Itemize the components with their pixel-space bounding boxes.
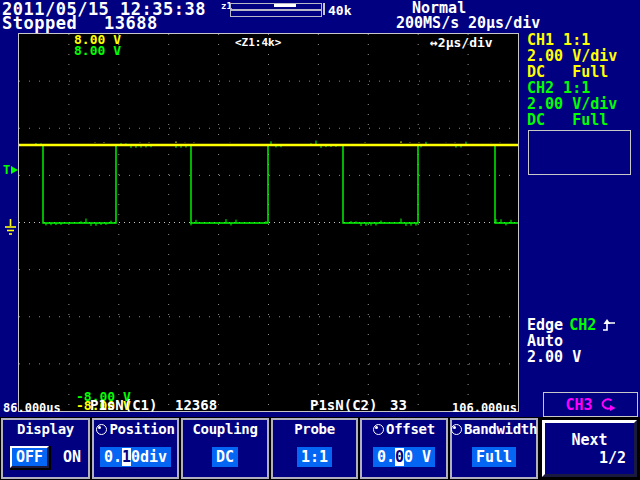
position-title: Position <box>109 421 174 437</box>
acquisition-count: 13688 <box>104 15 158 33</box>
menu-panel-offset[interactable]: Offset 0.00 V <box>360 418 448 479</box>
zoom-timebase-label: ↔2µs/div <box>430 36 493 50</box>
measurement2-value: 33 <box>390 398 407 413</box>
trigger-source: CH2 <box>569 318 596 334</box>
waveform-display <box>18 33 519 412</box>
record-bar-zoom <box>230 3 322 10</box>
probe-title: Probe <box>294 421 335 437</box>
menu-panel-position[interactable]: Position 0.10div <box>92 418 179 479</box>
acquisition-status: Stopped <box>2 15 77 33</box>
oscilloscope-screen: 2011/05/15 12:35:38 Stopped 13688 z1 40k… <box>0 0 640 480</box>
ch1-ground-icon[interactable] <box>4 219 17 236</box>
ch2-coupling: DC Full <box>527 113 608 129</box>
next-page-button[interactable]: Next 1/2 <box>542 420 637 477</box>
probe-value[interactable]: 1:1 <box>297 447 332 467</box>
record-length: 40k <box>328 4 351 18</box>
bandwidth-value[interactable]: Full <box>472 447 516 467</box>
trigger-marker-letter: T <box>3 164 10 177</box>
coupling-value[interactable]: DC <box>212 447 238 467</box>
menu-panel-next: Next 1/2 <box>540 418 639 479</box>
offset-value[interactable]: 0.00 V <box>373 447 435 467</box>
zoom-window-label: <Z1:4k> <box>235 37 281 49</box>
edit-cursor: 0 <box>395 448 404 466</box>
time-left-label: 86.000us <box>3 402 61 415</box>
info-box <box>528 130 631 175</box>
knob-icon <box>373 424 384 435</box>
knob-rotate-icon <box>598 397 616 412</box>
menu-panel-bandwidth[interactable]: Bandwidth Full <box>450 418 538 479</box>
menu-panel-display[interactable]: Display OFF ON <box>1 418 90 479</box>
menu-panel-probe[interactable]: Probe 1:1 <box>271 418 358 479</box>
trigger-level: 2.00 V <box>527 350 581 366</box>
softkey-menu: Display OFF ON Position 0.10div Coupling… <box>0 417 640 480</box>
display-title: Display <box>17 421 74 437</box>
bandwidth-title: Bandwidth <box>464 421 537 437</box>
coupling-title: Coupling <box>192 421 257 437</box>
measurement2-label: P1sN(C2) <box>310 398 377 413</box>
knob-icon <box>96 424 107 435</box>
display-on-button[interactable]: ON <box>63 448 81 466</box>
record-bar-tick <box>323 3 325 15</box>
trigger-level-marker[interactable]: T <box>3 164 18 177</box>
sample-rate: 200MS/s <box>396 16 459 32</box>
display-off-button[interactable]: OFF <box>10 446 49 468</box>
offset-title: Offset <box>386 421 435 437</box>
trigger-marker-arrow-icon <box>11 166 18 174</box>
timebase: 20µs/div <box>468 16 540 32</box>
position-value[interactable]: 0.10div <box>100 447 171 467</box>
measurement1-label: P1sN(C1) <box>90 398 157 413</box>
knob-icon <box>451 424 462 435</box>
rising-edge-icon <box>602 319 616 332</box>
waveform-svg <box>19 34 518 411</box>
time-right-label: 106.000us <box>452 402 517 415</box>
record-bar-main <box>230 10 322 17</box>
measurement1-value: 12368 <box>175 398 217 413</box>
menu-panel-coupling[interactable]: Coupling DC <box>181 418 269 479</box>
edit-cursor: 1 <box>122 448 131 466</box>
ch2-top-voltage: 8.00 V <box>74 44 121 58</box>
next-page-number: 1/2 <box>545 449 634 467</box>
zoom-window-position-indicator[interactable] <box>274 4 296 7</box>
next-label: Next <box>545 431 634 449</box>
menu-channel-title: CH3 <box>565 396 592 414</box>
menu-channel-box[interactable]: CH3 <box>543 392 638 417</box>
